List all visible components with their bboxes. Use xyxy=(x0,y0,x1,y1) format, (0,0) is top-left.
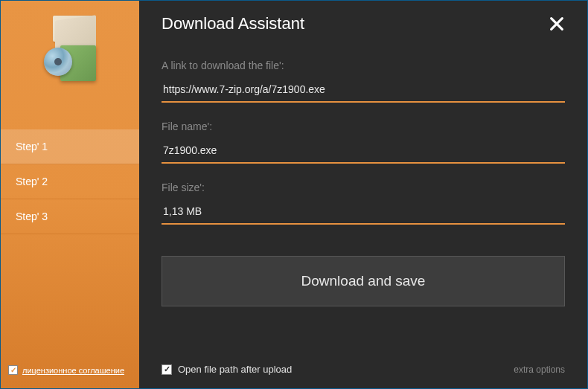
footer: ✓ Open file path after upload extra opti… xyxy=(139,353,587,388)
main-panel: Download Assistant A link to download th… xyxy=(139,1,587,388)
open-path-checkbox[interactable]: ✓ xyxy=(162,364,172,375)
step-3[interactable]: Step' 3 xyxy=(1,199,139,234)
step-1[interactable]: Step' 1 xyxy=(1,129,139,164)
page-title: Download Assistant xyxy=(162,14,304,33)
header: Download Assistant xyxy=(139,1,587,41)
form-area: A link to download the file': File name'… xyxy=(139,41,587,353)
sidebar: Step' 1 Step' 2 Step' 3 ✓ лицензионное с… xyxy=(1,1,139,388)
download-save-button[interactable]: Download and save xyxy=(162,256,565,306)
link-label: A link to download the file': xyxy=(162,60,565,71)
extra-options-link[interactable]: extra options xyxy=(514,364,565,375)
filename-input[interactable] xyxy=(162,140,565,164)
license-link[interactable]: лицензионное соглашение xyxy=(22,366,124,375)
download-assistant-window: Step' 1 Step' 2 Step' 3 ✓ лицензионное с… xyxy=(0,0,588,389)
link-field-group: A link to download the file': xyxy=(162,60,565,103)
filesize-label: File size': xyxy=(162,181,565,193)
open-path-row: ✓ Open file path after upload xyxy=(162,364,292,375)
license-agreement-row: ✓ лицензионное соглашение xyxy=(8,365,124,375)
installer-icon xyxy=(36,14,103,81)
license-checkbox[interactable]: ✓ xyxy=(8,365,18,375)
filename-label: File name': xyxy=(162,120,565,132)
step-2[interactable]: Step' 2 xyxy=(1,164,139,199)
close-button[interactable] xyxy=(547,14,566,33)
filesize-input[interactable] xyxy=(162,201,565,225)
filesize-field-group: File size': xyxy=(162,181,565,225)
open-path-label: Open file path after upload xyxy=(178,364,292,375)
link-input[interactable] xyxy=(162,79,565,103)
filename-field-group: File name': xyxy=(162,120,565,164)
steps-list: Step' 1 Step' 2 Step' 3 xyxy=(1,129,139,234)
close-icon xyxy=(549,16,565,32)
